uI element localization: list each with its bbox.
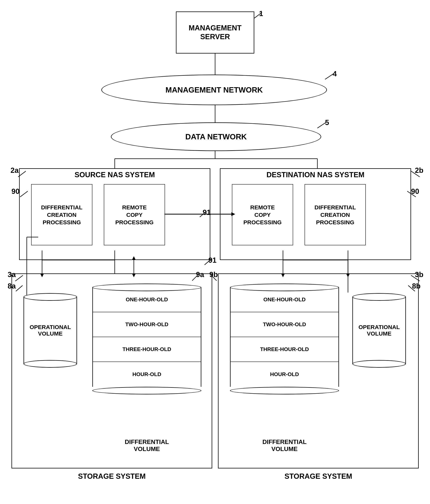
three-hour-old-src: THREE-HOUR-OLD — [122, 346, 171, 352]
svg-line-11 — [192, 274, 199, 281]
diff-vol-dst-label: DIFFERENTIALVOLUME — [230, 438, 339, 453]
op-vol-dst-top — [352, 293, 406, 301]
ref-1-tick — [252, 10, 264, 20]
one-hour-old-dst: ONE-HOUR-OLD — [263, 297, 306, 303]
ref-8b-tick — [407, 285, 417, 292]
diff-vol-section-two-src: TWO-HOUR-OLD — [92, 312, 201, 337]
diff-vol-section-three-src: THREE-HOUR-OLD — [92, 337, 201, 362]
management-server-label: MANAGEMENTSERVER — [189, 24, 242, 41]
ref-3a-tick — [14, 273, 26, 283]
diff-creation-src-label: DIFFERENTIALCREATIONPROCESSING — [41, 204, 83, 226]
svg-line-7 — [407, 191, 416, 197]
diagram-container: MANAGEMENTSERVER 1 MANAGEMENT NETWORK 4 … — [0, 0, 430, 504]
ref-2a-tick — [17, 169, 29, 179]
diff-vol-src-bottom — [92, 387, 201, 395]
svg-line-12 — [210, 274, 217, 281]
diff-vol-src-label: DIFFERENTIALVOLUME — [92, 438, 201, 453]
ref-90-src: 90 — [11, 187, 19, 196]
ref-4-tick — [323, 72, 337, 81]
diff-vol-dst-group: ONE-HOUR-OLD TWO-HOUR-OLD THREE-HOUR-OLD… — [230, 284, 339, 395]
data-network-ellipse: DATA NETWORK — [111, 122, 321, 151]
op-vol-dst-body: OPERATIONALVOLUME — [352, 297, 406, 364]
svg-line-6 — [411, 171, 420, 177]
ref-9b-tick — [209, 273, 219, 282]
ref-91-src-tick — [199, 209, 208, 219]
two-hour-old-dst: TWO-HOUR-OLD — [263, 321, 306, 327]
storage-src-box: OPERATIONALVOLUME ONE-HOUR-OLD TWO-HOUR-… — [11, 273, 212, 468]
two-hour-old-src: TWO-HOUR-OLD — [125, 321, 169, 327]
ref-8a: 8a — [8, 282, 16, 290]
ref-5-tick — [315, 120, 329, 130]
diff-vol-section-hour-dst: HOUR-OLD — [230, 362, 339, 387]
storage-dst-box: ONE-HOUR-OLD TWO-HOUR-OLD THREE-HOUR-OLD… — [218, 273, 419, 468]
storage-sys-dst-label: STORAGE SYSTEM — [218, 472, 419, 480]
svg-line-2 — [317, 122, 326, 128]
storage-sys-src-label: STORAGE SYSTEM — [11, 472, 212, 480]
ref-8a-tick — [15, 285, 25, 292]
svg-line-3 — [18, 171, 26, 177]
remote-copy-dst-box: REMOTECOPYPROCESSING — [232, 184, 293, 245]
diff-creation-dst-label: DIFFERENTIALCREATIONPROCESSING — [314, 204, 356, 226]
dest-nas-label: DESTINATION NAS SYSTEM — [220, 171, 411, 179]
diff-vol-section-three-dst: THREE-HOUR-OLD — [230, 337, 339, 362]
ref-90-dst-tick — [406, 189, 418, 199]
svg-line-13 — [411, 275, 420, 281]
one-hour-old-src: ONE-HOUR-OLD — [126, 297, 168, 303]
op-vol-src-body: OPERATIONALVOLUME — [24, 297, 77, 364]
ref-9a-tick — [191, 273, 201, 282]
hour-old-src: HOUR-OLD — [133, 371, 161, 378]
three-hour-old-dst: THREE-HOUR-OLD — [260, 346, 309, 352]
svg-line-10 — [16, 286, 23, 291]
svg-line-4 — [20, 191, 28, 197]
management-network-label: MANAGEMENT NETWORK — [166, 86, 263, 94]
diff-vol-src-top — [92, 284, 201, 291]
op-vol-dst-label: OPERATIONALVOLUME — [358, 324, 400, 337]
data-network-label: DATA NETWORK — [185, 133, 247, 141]
op-vol-dst-cylinder: OPERATIONALVOLUME — [352, 293, 406, 368]
svg-line-1 — [325, 74, 334, 79]
svg-line-14 — [408, 286, 415, 291]
svg-line-0 — [254, 12, 262, 18]
source-nas-label: SOURCE NAS SYSTEM — [20, 171, 210, 179]
remote-copy-src-label: REMOTECOPYPROCESSING — [115, 204, 153, 226]
diff-vol-section-two-dst: TWO-HOUR-OLD — [230, 312, 339, 337]
diff-vol-dst-top — [230, 284, 339, 291]
op-vol-src-top — [24, 293, 77, 301]
op-vol-src-label: OPERATIONALVOLUME — [30, 324, 71, 337]
svg-line-9 — [15, 275, 23, 281]
svg-line-8 — [205, 259, 211, 265]
op-vol-dst-bottom — [352, 360, 406, 368]
diff-vol-src-group: ONE-HOUR-OLD TWO-HOUR-OLD THREE-HOUR-OLD… — [92, 284, 201, 395]
diff-creation-dst-box: DIFFERENTIALCREATIONPROCESSING — [305, 184, 366, 245]
ref-91-dst-tick — [204, 257, 213, 267]
source-nas-box: SOURCE NAS SYSTEM DIFFERENTIALCREATIONPR… — [19, 168, 210, 260]
remote-copy-src-box: REMOTECOPYPROCESSING — [104, 184, 165, 245]
op-vol-src-bottom — [24, 360, 77, 368]
diff-creation-src-box: DIFFERENTIALCREATIONPROCESSING — [31, 184, 92, 245]
op-vol-src-cylinder: OPERATIONALVOLUME — [24, 293, 77, 368]
ref-3b-tick — [410, 273, 421, 283]
management-network-ellipse: MANAGEMENT NETWORK — [101, 75, 327, 105]
management-server-box: MANAGEMENTSERVER — [176, 11, 254, 54]
ref-2b-tick — [410, 169, 421, 179]
dest-nas-box: DESTINATION NAS SYSTEM REMOTECOPYPROCESS… — [220, 168, 411, 260]
remote-copy-dst-label: REMOTECOPYPROCESSING — [243, 204, 282, 226]
hour-old-dst: HOUR-OLD — [270, 371, 299, 378]
diff-vol-section-hour-src: HOUR-OLD — [92, 362, 201, 387]
ref-90-src-tick — [19, 189, 31, 199]
diff-vol-dst-bottom — [230, 387, 339, 395]
svg-line-5 — [200, 211, 206, 217]
